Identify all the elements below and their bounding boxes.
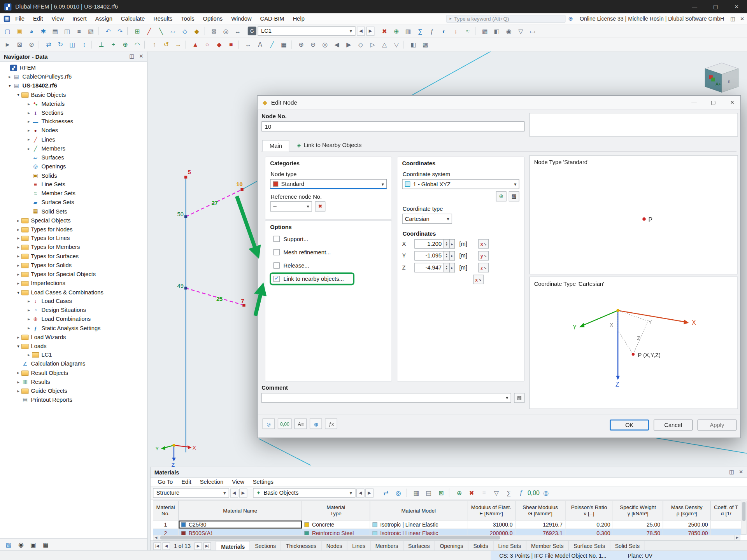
menu-item[interactable]: Results bbox=[149, 13, 177, 24]
column-header[interactable]: Material Type bbox=[302, 501, 370, 520]
spinner-icon[interactable]: ▲▼ bbox=[444, 239, 450, 248]
tree-item[interactable]: US-18402.rf6 bbox=[0, 81, 147, 90]
tab-main[interactable]: Main bbox=[263, 140, 289, 151]
tree-item[interactable]: Solids bbox=[0, 171, 147, 180]
table-tab[interactable]: Surfaces bbox=[403, 541, 435, 551]
tree-item[interactable]: Line Sets bbox=[0, 180, 147, 189]
dialog-minimize-button[interactable]: — bbox=[691, 100, 698, 106]
ok-button[interactable]: OK bbox=[610, 420, 649, 430]
expand-arrow-icon[interactable] bbox=[26, 299, 32, 303]
load-cases-button[interactable]: ▥ bbox=[403, 26, 414, 36]
next-category-button[interactable]: ▶ bbox=[365, 488, 374, 497]
tree-item[interactable]: Basic Objects bbox=[0, 90, 147, 99]
expand-arrow-icon[interactable] bbox=[26, 102, 32, 106]
delete-load-button[interactable]: ✖ bbox=[379, 26, 390, 36]
menu-item[interactable]: Calculate bbox=[117, 13, 149, 24]
cell-modulus[interactable]: 31000.0 bbox=[467, 520, 516, 528]
horizontal-scrollbar[interactable]: ◀ ▶ bbox=[153, 535, 740, 541]
insert-node-button[interactable]: ⊞ bbox=[132, 26, 143, 36]
tree-item[interactable]: Static Analysis Settings bbox=[0, 324, 147, 332]
decimals-button[interactable]: 0,00 bbox=[528, 488, 539, 498]
cell-modulus[interactable]: 200000.0 bbox=[467, 529, 516, 535]
show-loads-button[interactable]: ↓ bbox=[450, 26, 461, 36]
expand-arrow-icon[interactable] bbox=[26, 317, 32, 321]
column-header[interactable]: Mass Density ρ [kg/m³] bbox=[663, 501, 710, 520]
cell-specific-weight[interactable]: 25.00 bbox=[613, 520, 663, 528]
expand-arrow-icon[interactable] bbox=[15, 254, 21, 259]
new-model-button[interactable]: ▢ bbox=[2, 26, 13, 36]
camera-button[interactable]: ▣ bbox=[30, 541, 36, 548]
coordinate-value-field[interactable]: 1.200 bbox=[414, 239, 444, 248]
clear-reference-node-button[interactable]: ✖ bbox=[315, 201, 325, 212]
column-header[interactable]: Specific Weight γ [kN/m³] bbox=[613, 501, 663, 520]
column-header[interactable]: Modulus of Elast. E [N/mm²] bbox=[467, 501, 516, 520]
isometric-view-button[interactable]: ◇ bbox=[355, 39, 366, 50]
cell-material-no[interactable]: 1 bbox=[153, 520, 179, 528]
save-button[interactable]: ◫ bbox=[61, 26, 73, 36]
tree-item[interactable]: Nodes bbox=[0, 126, 147, 135]
graphic-properties-button[interactable]: ▩ bbox=[479, 26, 491, 36]
view-x-button[interactable]: ▷ bbox=[367, 39, 378, 50]
tree-item[interactable]: Types for Special Objects bbox=[0, 270, 147, 279]
menu-item[interactable]: Insert bbox=[68, 13, 91, 24]
expand-arrow-icon[interactable] bbox=[26, 128, 32, 133]
filter-button[interactable]: ▽ bbox=[491, 488, 502, 498]
cell-material-name[interactable]: B500S(A) bbox=[179, 529, 302, 535]
results-button[interactable]: ◐ bbox=[438, 26, 450, 36]
table-tab[interactable]: Nodes bbox=[322, 541, 347, 551]
redo-button[interactable]: ↷ bbox=[114, 26, 126, 36]
copy-comment-button[interactable]: ▧ bbox=[514, 393, 524, 403]
cell-material-model[interactable]: Isotropic | Linear Elastic bbox=[370, 529, 467, 535]
expand-arrow-icon[interactable] bbox=[26, 308, 32, 312]
tree-item[interactable]: Load Cases bbox=[0, 297, 147, 306]
edit-coordinate-system-button[interactable]: ▧ bbox=[509, 191, 519, 201]
expand-arrow-icon[interactable] bbox=[7, 74, 13, 79]
cell-thermal-coeff[interactable] bbox=[711, 520, 742, 528]
expand-arrow-icon[interactable] bbox=[15, 263, 21, 268]
option-checkbox-row[interactable]: Support... bbox=[271, 234, 353, 244]
navigation-cube[interactable]: A+ n bbox=[705, 63, 738, 93]
materials-menu-item[interactable]: Selection bbox=[196, 479, 228, 485]
stiffness-button[interactable]: ■ bbox=[225, 39, 237, 50]
print-table-button[interactable]: ▤ bbox=[423, 488, 434, 498]
table-tab[interactable]: Surface Sets bbox=[569, 541, 610, 551]
table-tab[interactable]: Solids bbox=[468, 541, 493, 551]
calculation-params-button[interactable]: ƒ bbox=[426, 26, 438, 36]
expand-input-icon[interactable]: ▸ bbox=[450, 251, 455, 260]
undo-button[interactable]: ↶ bbox=[102, 26, 114, 36]
cell-material-model[interactable]: Isotropic | Linear Elastic bbox=[370, 520, 467, 528]
column-header[interactable]: Material No. bbox=[153, 501, 179, 520]
table-tab[interactable]: Thicknesses bbox=[281, 541, 322, 551]
expand-arrow-icon[interactable] bbox=[26, 353, 32, 357]
table-tab[interactable]: Materials bbox=[216, 541, 250, 551]
tree-item[interactable]: Results bbox=[0, 377, 147, 386]
favorites-button[interactable]: ◎ bbox=[263, 418, 275, 429]
tree-item[interactable]: Solid Sets bbox=[0, 207, 147, 216]
extrude-button[interactable]: ↑ bbox=[149, 39, 160, 50]
table-tab[interactable]: Line Sets bbox=[493, 541, 526, 551]
view-y-button[interactable]: △ bbox=[379, 39, 390, 50]
tree-item[interactable]: Types for Members bbox=[0, 243, 147, 252]
sweep-button[interactable]: → bbox=[172, 39, 184, 50]
tree-item[interactable]: Types for Nodes bbox=[0, 225, 147, 234]
formula-button[interactable]: ƒx bbox=[325, 418, 338, 429]
close-icon[interactable]: ✕ bbox=[139, 53, 143, 60]
menu-item[interactable]: File bbox=[11, 13, 29, 24]
tree-item[interactable]: Surface Sets bbox=[0, 198, 147, 207]
export-table-button[interactable]: ⊠ bbox=[435, 488, 447, 498]
move-copy-button[interactable]: ⇄ bbox=[43, 39, 54, 50]
expand-arrow-icon[interactable] bbox=[26, 137, 32, 142]
tree-item[interactable]: Thicknesses bbox=[0, 117, 147, 126]
tables-button[interactable]: ▦ bbox=[43, 541, 49, 548]
menu-item[interactable]: Tools bbox=[177, 13, 198, 24]
column-header[interactable]: Material Name bbox=[179, 501, 302, 520]
dlubal-center-button[interactable]: ◕ bbox=[26, 26, 37, 36]
dialog-titlebar[interactable]: ◆ Edit Node — ▢ ✕ bbox=[258, 96, 740, 110]
checkbox[interactable] bbox=[274, 262, 280, 269]
first-table-icon[interactable]: |◀ bbox=[153, 542, 161, 550]
expand-arrow-icon[interactable] bbox=[26, 110, 32, 115]
select-special-button[interactable]: ⊠ bbox=[14, 39, 25, 50]
close-button[interactable] bbox=[726, 0, 747, 13]
delete-material-button[interactable]: ✖ bbox=[466, 488, 477, 498]
tree-item[interactable]: CableOnPulleys.rf6 bbox=[0, 72, 147, 81]
